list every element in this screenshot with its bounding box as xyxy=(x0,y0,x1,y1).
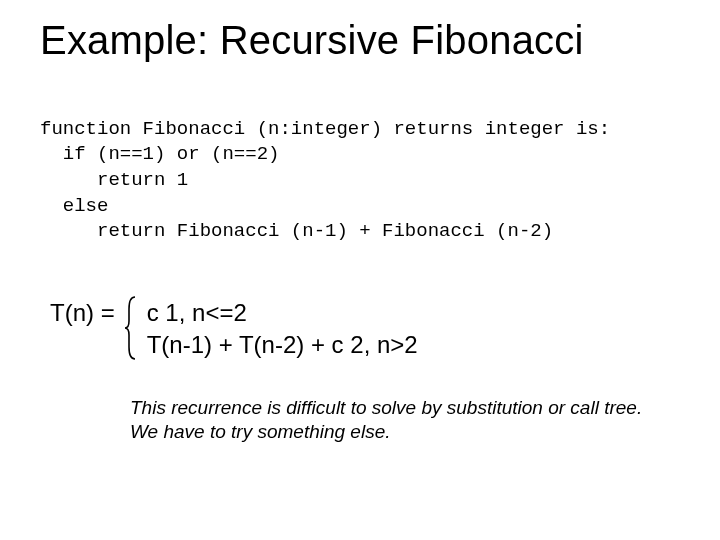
recurrence-relation: T(n) = c 1, n<=2 T(n-1) + T(n-2) + c 2, … xyxy=(50,295,680,362)
recurrence-case-2: T(n-1) + T(n-2) + c 2, n>2 xyxy=(147,329,418,361)
code-line-5: return Fibonacci (n-1) + Fibonacci (n-2) xyxy=(40,220,553,242)
recurrence-cases-wrap: c 1, n<=2 T(n-1) + T(n-2) + c 2, n>2 xyxy=(125,295,418,362)
code-line-1: function Fibonacci (n:integer) returns i… xyxy=(40,118,610,140)
footnote-line-1: This recurrence is difficult to solve by… xyxy=(130,396,680,421)
code-block: function Fibonacci (n:integer) returns i… xyxy=(40,91,680,245)
recurrence-cases: c 1, n<=2 T(n-1) + T(n-2) + c 2, n>2 xyxy=(147,295,418,362)
code-line-4: else xyxy=(40,195,108,217)
slide-title: Example: Recursive Fibonacci xyxy=(40,18,680,63)
code-line-3: return 1 xyxy=(40,169,188,191)
left-brace-icon xyxy=(125,295,139,362)
recurrence-case-1: c 1, n<=2 xyxy=(147,297,418,329)
footnote: This recurrence is difficult to solve by… xyxy=(130,396,680,445)
slide: Example: Recursive Fibonacci function Fi… xyxy=(0,0,720,540)
recurrence-lhs: T(n) = xyxy=(50,295,125,329)
footnote-line-2: We have to try something else. xyxy=(130,420,680,445)
code-line-2: if (n==1) or (n==2) xyxy=(40,143,279,165)
